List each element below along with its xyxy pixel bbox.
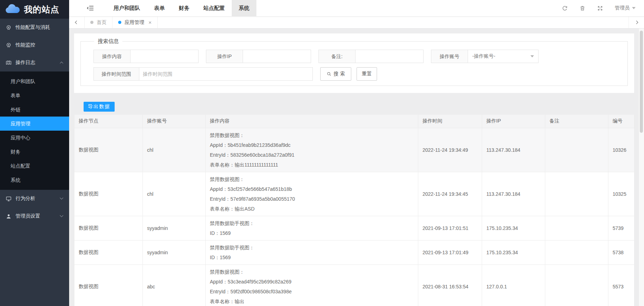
content-line: AppId：53c3ead4f95c2b699c82a269 — [210, 277, 414, 287]
tab-app-management[interactable]: 应用管理 × — [113, 17, 158, 28]
search-legend: 搜索信息 — [94, 38, 122, 45]
operation-content-input[interactable] — [130, 50, 199, 63]
close-icon[interactable]: × — [148, 20, 152, 25]
sidebar-item-operation-log[interactable]: 操作日志 — [0, 54, 69, 71]
cell-time: 2021-08-31 16:53:54 — [418, 264, 482, 306]
cell-id: 5573 — [608, 264, 634, 306]
submenu-item-external-links[interactable]: 外链 — [0, 102, 69, 117]
export-data-button[interactable]: 导出数据 — [84, 102, 115, 112]
user-menu[interactable]: 管理员 — [615, 5, 636, 11]
sidebar-item-performance-monitor[interactable]: 性能监控 — [0, 36, 69, 54]
submenu-item-finance[interactable]: 财务 — [0, 145, 69, 159]
trash-icon[interactable] — [579, 5, 585, 11]
sidebar-item-performance-config[interactable]: 性能配置与消耗 — [0, 19, 69, 36]
collapse-sidebar-icon[interactable] — [87, 5, 94, 11]
submenu-item-site-config[interactable]: 站点配置 — [0, 159, 69, 173]
search-button[interactable]: 搜 索 — [320, 67, 351, 81]
topnav-item-site-config[interactable]: 站点配置 — [196, 0, 232, 16]
search-button-label: 搜 索 — [334, 71, 345, 77]
cell-time: 2022-11-24 19:34:49 — [418, 128, 482, 172]
chevron-up-icon — [60, 61, 63, 65]
table-row: 数据视图 syyadmin 禁用数据助手视图： ID：1569 2021-09-… — [74, 240, 634, 264]
cell-ip: 175.10.235.34 — [482, 216, 545, 240]
topnav-item-forms[interactable]: 表单 — [147, 0, 172, 16]
field-operation-content: 操作内容 — [93, 50, 199, 63]
cell-time: 2021-09-13 17:01:49 — [418, 240, 482, 264]
cell-node: 数据视图 — [74, 264, 143, 306]
top-bar: 用户和团队 表单 财务 站点配置 系统 管理员 — [69, 0, 644, 17]
field-time-range: 操作时间范围 — [93, 67, 313, 81]
cell-time: 2022-11-24 19:34:45 — [418, 172, 482, 216]
content-line: 禁用数据视图： — [210, 174, 414, 184]
user-name: 管理员 — [615, 5, 630, 11]
tab-home[interactable]: 首页 — [85, 17, 113, 28]
reset-button[interactable]: 重置 — [357, 67, 377, 81]
sidebar-item-admin-settings[interactable]: 管理员设置 — [0, 207, 69, 225]
operation-account-select[interactable]: -操作账号- — [468, 50, 539, 63]
cell-id: 5738 — [608, 240, 634, 264]
cell-account: syyadmin — [143, 240, 206, 264]
sidebar-item-label: 管理员设置 — [16, 213, 40, 219]
submenu-item-users-teams[interactable]: 用户和团队 — [0, 74, 69, 88]
cell-account: syyadmin — [143, 216, 206, 240]
cell-node: 数据视图 — [74, 172, 143, 216]
cell-content: 禁用数据视图： AppId：5b451feab9b21235d36af9dc E… — [206, 128, 418, 172]
search-panel: 搜索信息 操作内容 操作IP 备注: — [74, 33, 634, 93]
table-row: 数据视图 syyadmin 禁用数据助手视图： ID：1569 2021-09-… — [74, 216, 634, 240]
operation-content-label: 操作内容 — [93, 50, 130, 63]
cell-node: 数据视图 — [74, 240, 143, 264]
vertical-scrollbar[interactable] — [638, 29, 644, 306]
cell-account: chl — [143, 172, 206, 216]
cell-id: 10326 — [608, 128, 634, 172]
chevron-right-icon — [635, 21, 638, 24]
content-line: EntryId：583256e60cbca18a272a0f91 — [210, 150, 414, 160]
cell-time: 2021-09-13 17:01:51 — [418, 216, 482, 240]
logo[interactable]: 我的站点 — [0, 0, 69, 19]
scrollbar-thumb[interactable] — [640, 31, 643, 133]
submenu-item-system[interactable]: 系统 — [0, 173, 69, 187]
topnav-item-system[interactable]: 系统 — [232, 0, 256, 16]
col-header-node: 操作节点 — [74, 115, 143, 128]
content-line: AppId：5b451feab9b21235d36af9dc — [210, 140, 414, 150]
refresh-icon[interactable] — [562, 5, 568, 11]
time-range-input[interactable] — [139, 67, 313, 81]
content-line: 禁用数据助手视图： — [210, 218, 414, 228]
content-line: ID：1569 — [210, 252, 414, 262]
content-line: EntryId：59f2df00c986508cf03a398e — [210, 287, 414, 296]
operation-log-submenu: 用户和团队 表单 外链 应用管理 应用中心 财务 站点配置 系统 — [0, 71, 69, 190]
cell-node: 数据视图 — [74, 216, 143, 240]
topnav-item-users-teams[interactable]: 用户和团队 — [107, 0, 147, 16]
sidebar-item-behavior-analysis[interactable]: 行为分析 — [0, 190, 69, 207]
cell-ip: 113.247.30.184 — [482, 172, 545, 216]
broadcast-icon — [6, 42, 12, 48]
remark-input[interactable] — [356, 50, 424, 63]
sidebar-item-label: 行为分析 — [16, 195, 35, 202]
log-table-section: 导出数据 操作节点 操作账号 操作内容 操作时间 — [74, 98, 634, 306]
main-area: 用户和团队 表单 财务 站点配置 系统 管理员 — [69, 0, 644, 306]
operation-account-value: -操作账号- — [472, 53, 495, 60]
search-icon — [327, 71, 332, 76]
cell-account: chl — [143, 128, 206, 172]
field-remark: 备注: — [318, 50, 424, 63]
topnav-item-finance[interactable]: 财务 — [172, 0, 196, 16]
search-fieldset: 搜索信息 操作内容 操作IP 备注: — [80, 38, 628, 86]
table-row: 数据视图 chl 禁用数据视图： AppId：53cf257de566b547a… — [74, 172, 634, 216]
submenu-item-forms[interactable]: 表单 — [0, 88, 69, 102]
sidebar: 我的站点 性能配置与消耗 性能监控 — [0, 0, 69, 306]
caret-down-icon — [530, 55, 534, 57]
fullscreen-icon[interactable] — [597, 5, 603, 11]
cell-node: 数据视图 — [74, 128, 143, 172]
submenu-item-app-management[interactable]: 应用管理 — [0, 117, 69, 131]
operation-ip-input[interactable] — [243, 50, 311, 63]
submenu-item-app-center[interactable]: 应用中心 — [0, 131, 69, 145]
cell-content: 禁用数据助手视图： ID：1569 — [206, 240, 418, 264]
topbar-actions: 管理员 — [562, 5, 644, 11]
tabs-scroll-right-button[interactable] — [628, 17, 644, 28]
page-body: 搜索信息 操作内容 操作IP 备注: — [69, 29, 644, 306]
cell-ip: 175.10.235.34 — [482, 240, 545, 264]
tabs-scroll-left-button[interactable] — [69, 17, 85, 28]
sidebar-nav: 性能配置与消耗 性能监控 操作日志 用户和团队 — [0, 19, 69, 225]
content-line: 禁用数据助手视图： — [210, 243, 414, 252]
content-line: 禁用数据视图： — [210, 267, 414, 277]
cell-id: 10325 — [608, 172, 634, 216]
